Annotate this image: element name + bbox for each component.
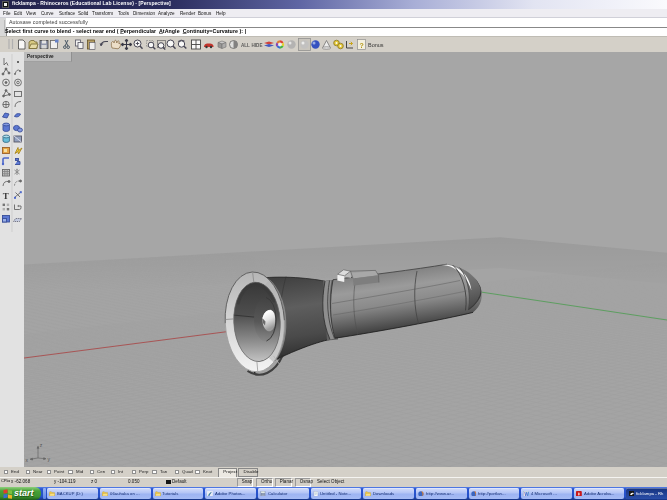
svg-text:?: ? [360,42,364,49]
svg-text:T: T [3,191,9,201]
svg-text:Bonus: Bonus [368,42,384,48]
svg-text:ALL: ALL [241,43,250,48]
svg-text:W: W [524,491,529,496]
svg-text:HIDE: HIDE [252,43,263,48]
